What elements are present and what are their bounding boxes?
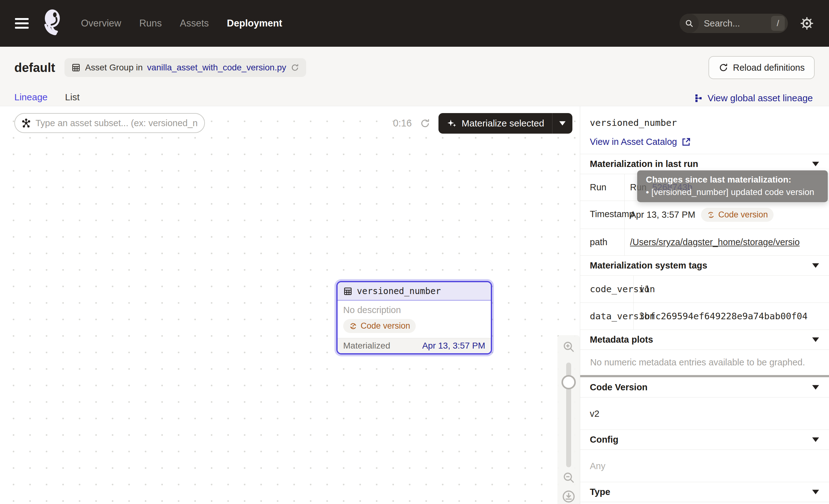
code-version-changed-badge: Code version — [343, 319, 416, 333]
download-image-icon[interactable] — [562, 490, 576, 503]
asset-subset-input[interactable] — [36, 118, 198, 128]
nav-item-runs[interactable]: Runs — [139, 18, 161, 29]
code-version-badge[interactable]: Code version — [701, 208, 773, 222]
refresh-location-icon[interactable] — [291, 63, 299, 72]
chevron-down-icon — [812, 162, 819, 166]
code-version-tag-row: code_version v1 — [580, 275, 829, 302]
changes-tooltip: Changes since last materialization: • [v… — [637, 170, 828, 202]
zoom-slider-handle[interactable] — [562, 375, 576, 389]
run-row-label: Run — [580, 174, 625, 201]
nav-item-overview[interactable]: Overview — [81, 18, 121, 29]
asset-node-status-time[interactable]: Apr 13, 3:57 PM — [422, 341, 485, 351]
settings-gear-icon[interactable] — [800, 16, 814, 31]
sidebar-asset-title: versioned_number — [590, 117, 819, 128]
table-icon — [343, 287, 353, 296]
page-title: default — [14, 61, 55, 75]
global-search[interactable]: / — [680, 14, 788, 33]
asset-group-prefix: Asset Group in — [85, 63, 143, 73]
path-row: path /Users/sryza/dagster_home/storage/v… — [580, 229, 829, 255]
chevron-down-icon — [812, 490, 819, 494]
search-icon — [680, 14, 699, 33]
refresh-graph-icon[interactable] — [420, 118, 430, 129]
asset-subset-filter[interactable] — [14, 113, 205, 133]
code-version-badge-label: Code version — [718, 210, 768, 220]
view-in-asset-catalog-link[interactable]: View in Asset Catalog — [590, 137, 819, 147]
asset-graph-icon — [21, 118, 31, 128]
search-shortcut-badge: / — [771, 16, 785, 31]
reload-definitions-label: Reload definitions — [733, 63, 805, 73]
code-location-link[interactable]: vanilla_asset_with_code_version.py — [147, 63, 286, 73]
top-nav: Overview Runs Assets Deployment / — [0, 0, 829, 47]
code-version-badge-icon — [707, 211, 715, 219]
asset-node-title: versioned_number — [357, 286, 441, 296]
asset-details-sidebar: versioned_number View in Asset Catalog M… — [580, 106, 829, 504]
chevron-down-icon — [812, 263, 819, 268]
section-materialization-system-tags[interactable]: Materialization system tags — [580, 255, 829, 275]
timestamp-value: Apr 13, 3:57 PM — [630, 210, 695, 220]
asset-group-icon — [71, 63, 81, 72]
dagster-asset-group-page: Overview Runs Assets Deployment / — [0, 0, 829, 504]
refresh-timer: 0:16 — [393, 118, 412, 129]
view-global-asset-lineage-label: View global asset lineage — [708, 93, 813, 103]
zoom-out-icon[interactable] — [562, 471, 575, 484]
asset-node-description: No description — [343, 305, 485, 315]
materialize-selected-button[interactable]: Materialize selected — [438, 113, 552, 134]
data-version-tag-key: data_version — [580, 303, 634, 330]
code-version-tag-key: code_version — [580, 276, 634, 302]
reload-icon — [718, 63, 728, 73]
chevron-down-icon — [812, 437, 819, 442]
zoom-in-icon[interactable] — [562, 340, 575, 353]
section-code-version[interactable]: Code Version — [580, 377, 829, 397]
sparkle-icon — [446, 118, 457, 128]
code-version-value: v2 — [580, 397, 829, 430]
zoom-controls — [557, 335, 580, 504]
changes-tooltip-title: Changes since last materialization: — [646, 175, 828, 185]
view-in-asset-catalog-label: View in Asset Catalog — [590, 137, 677, 147]
page-header: default Asset Group in vanilla_asset_wit… — [0, 47, 829, 106]
timestamp-row-label: Timestamp — [580, 201, 625, 229]
nav-item-assets[interactable]: Assets — [180, 18, 209, 29]
asset-node-status: Materialized — [343, 341, 390, 351]
primary-nav: Overview Runs Assets Deployment — [81, 18, 282, 29]
materialize-dropdown-button[interactable] — [552, 113, 572, 134]
section-resize-divider[interactable] — [580, 375, 829, 377]
chevron-down-icon — [812, 337, 819, 342]
reload-definitions-button[interactable]: Reload definitions — [709, 56, 815, 79]
config-value: Any — [580, 449, 829, 482]
asset-node-versioned-number[interactable]: versioned_number No description Code ver… — [336, 281, 492, 355]
metadata-plots-empty-message: No numeric metadata entries available to… — [580, 350, 829, 375]
chevron-down-icon — [812, 385, 819, 390]
nav-item-deployment[interactable]: Deployment — [227, 18, 282, 29]
section-config[interactable]: Config — [580, 430, 829, 449]
external-link-icon — [681, 137, 691, 147]
sidebar-tail — [580, 502, 829, 504]
dagster-logo-icon[interactable] — [39, 8, 66, 39]
lineage-graph-icon — [694, 94, 703, 103]
menu-icon[interactable] — [15, 18, 29, 29]
timestamp-row: Timestamp Apr 13, 3:57 PM Code version — [580, 201, 829, 229]
code-version-tag-value: v1 — [634, 276, 829, 302]
section-metadata-plots[interactable]: Metadata plots — [580, 330, 829, 350]
lineage-canvas[interactable]: 0:16 Materialize selected — [0, 106, 580, 504]
section-type[interactable]: Type — [580, 482, 829, 502]
changes-tooltip-item: • [versioned_number] updated code versio… — [646, 187, 828, 197]
code-version-changed-label: Code version — [361, 321, 410, 331]
data-version-tag-row: data_version 3bfc269594ef649228e9a74bab0… — [580, 302, 829, 330]
view-global-asset-lineage-link[interactable]: View global asset lineage — [694, 93, 813, 103]
asset-group-pill: Asset Group in vanilla_asset_with_code_v… — [65, 58, 306, 77]
data-version-tag-value: 3bfc269594ef649228e9a74bab00f04 — [634, 303, 829, 330]
code-version-changed-icon — [349, 322, 358, 330]
materialize-selected-label: Materialize selected — [462, 118, 544, 129]
path-row-label: path — [580, 229, 625, 255]
path-value-link[interactable]: /Users/sryza/dagster_home/storage/versio — [630, 237, 800, 247]
materialize-button-group: Materialize selected — [438, 113, 572, 134]
search-input[interactable] — [699, 19, 771, 29]
